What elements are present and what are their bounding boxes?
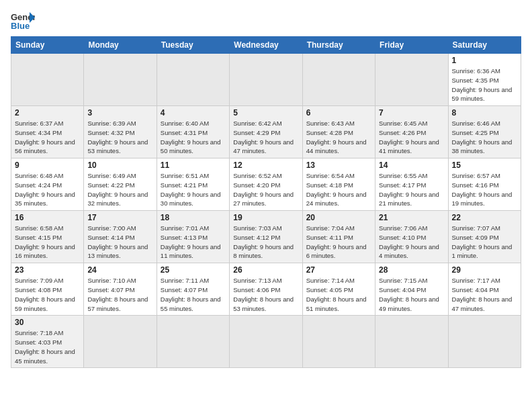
day-sun-info: Sunrise: 6:58 AMSunset: 4:15 PMDaylight:… <box>15 224 80 261</box>
calendar-cell: 17Sunrise: 7:00 AMSunset: 4:14 PMDayligh… <box>84 211 157 263</box>
logo: General Blue <box>11 11 35 31</box>
calendar-cell: 29Sunrise: 7:17 AMSunset: 4:04 PMDayligh… <box>448 263 521 316</box>
day-number: 30 <box>15 318 80 327</box>
calendar-cell: 26Sunrise: 7:13 AMSunset: 4:06 PMDayligh… <box>230 263 302 316</box>
calendar-cell <box>157 316 229 368</box>
calendar-cell <box>448 316 521 368</box>
calendar-cell: 14Sunrise: 6:55 AMSunset: 4:17 PMDayligh… <box>375 158 448 211</box>
calendar-week-row: 1Sunrise: 6:36 AMSunset: 4:35 PMDaylight… <box>11 54 521 106</box>
calendar-cell: 12Sunrise: 6:52 AMSunset: 4:20 PMDayligh… <box>230 158 302 211</box>
svg-text:Blue: Blue <box>11 21 30 31</box>
day-number: 8 <box>452 108 517 118</box>
day-number: 27 <box>306 265 371 275</box>
day-number: 20 <box>306 213 371 222</box>
day-number: 3 <box>87 108 152 118</box>
day-sun-info: Sunrise: 6:36 AMSunset: 4:35 PMDaylight:… <box>452 66 517 103</box>
day-sun-info: Sunrise: 7:17 AMSunset: 4:04 PMDaylight:… <box>452 276 517 313</box>
weekday-header-friday: Friday <box>375 37 448 54</box>
calendar-cell: 7Sunrise: 6:45 AMSunset: 4:26 PMDaylight… <box>375 106 448 158</box>
weekday-header-thursday: Thursday <box>302 37 375 54</box>
calendar-cell: 2Sunrise: 6:37 AMSunset: 4:34 PMDaylight… <box>11 106 84 158</box>
day-number: 25 <box>161 265 226 275</box>
calendar-cell: 15Sunrise: 6:57 AMSunset: 4:16 PMDayligh… <box>448 158 521 211</box>
day-sun-info: Sunrise: 7:03 AMSunset: 4:12 PMDaylight:… <box>233 224 298 261</box>
calendar-cell: 19Sunrise: 7:03 AMSunset: 4:12 PMDayligh… <box>230 211 302 263</box>
day-sun-info: Sunrise: 6:51 AMSunset: 4:21 PMDaylight:… <box>161 171 226 208</box>
day-sun-info: Sunrise: 7:04 AMSunset: 4:11 PMDaylight:… <box>306 224 371 261</box>
day-sun-info: Sunrise: 7:18 AMSunset: 4:03 PMDaylight:… <box>15 328 80 365</box>
day-number: 24 <box>87 265 152 275</box>
calendar-cell: 10Sunrise: 6:49 AMSunset: 4:22 PMDayligh… <box>84 158 157 211</box>
day-sun-info: Sunrise: 7:14 AMSunset: 4:05 PMDaylight:… <box>306 276 371 313</box>
calendar-cell: 24Sunrise: 7:10 AMSunset: 4:07 PMDayligh… <box>84 263 157 316</box>
day-number: 18 <box>161 213 226 222</box>
calendar-cell <box>375 54 448 106</box>
calendar-cell: 25Sunrise: 7:11 AMSunset: 4:07 PMDayligh… <box>157 263 229 316</box>
calendar-table: SundayMondayTuesdayWednesdayThursdayFrid… <box>11 36 521 368</box>
day-number: 6 <box>306 108 371 118</box>
calendar-week-row: 23Sunrise: 7:09 AMSunset: 4:08 PMDayligh… <box>11 263 521 316</box>
calendar-cell <box>230 54 302 106</box>
weekday-header-monday: Monday <box>84 37 157 54</box>
day-number: 17 <box>87 213 152 222</box>
calendar-cell <box>230 316 302 368</box>
calendar-header-row: SundayMondayTuesdayWednesdayThursdayFrid… <box>11 37 521 54</box>
calendar-cell: 22Sunrise: 7:07 AMSunset: 4:09 PMDayligh… <box>448 211 521 263</box>
calendar-cell <box>375 316 448 368</box>
day-sun-info: Sunrise: 7:01 AMSunset: 4:13 PMDaylight:… <box>161 224 226 261</box>
calendar-week-row: 30Sunrise: 7:18 AMSunset: 4:03 PMDayligh… <box>11 316 521 368</box>
calendar-cell: 27Sunrise: 7:14 AMSunset: 4:05 PMDayligh… <box>302 263 375 316</box>
day-sun-info: Sunrise: 6:43 AMSunset: 4:28 PMDaylight:… <box>306 119 371 156</box>
day-number: 14 <box>379 161 444 170</box>
calendar-cell <box>302 316 375 368</box>
calendar-cell: 21Sunrise: 7:06 AMSunset: 4:10 PMDayligh… <box>375 211 448 263</box>
day-sun-info: Sunrise: 6:39 AMSunset: 4:32 PMDaylight:… <box>87 119 152 156</box>
calendar-cell: 20Sunrise: 7:04 AMSunset: 4:11 PMDayligh… <box>302 211 375 263</box>
logo-icon: General Blue <box>11 11 35 31</box>
day-sun-info: Sunrise: 6:37 AMSunset: 4:34 PMDaylight:… <box>15 119 80 156</box>
day-number: 10 <box>87 161 152 170</box>
day-number: 23 <box>15 265 80 275</box>
calendar-cell: 11Sunrise: 6:51 AMSunset: 4:21 PMDayligh… <box>157 158 229 211</box>
day-sun-info: Sunrise: 7:07 AMSunset: 4:09 PMDaylight:… <box>452 224 517 261</box>
day-number: 12 <box>233 161 298 170</box>
day-number: 13 <box>306 161 371 170</box>
calendar-cell <box>84 316 157 368</box>
day-sun-info: Sunrise: 7:10 AMSunset: 4:07 PMDaylight:… <box>87 276 152 313</box>
day-number: 26 <box>233 265 298 275</box>
day-number: 5 <box>233 108 298 118</box>
calendar-cell: 1Sunrise: 6:36 AMSunset: 4:35 PMDaylight… <box>448 54 521 106</box>
calendar-cell: 9Sunrise: 6:48 AMSunset: 4:24 PMDaylight… <box>11 158 84 211</box>
day-sun-info: Sunrise: 7:15 AMSunset: 4:04 PMDaylight:… <box>379 276 444 313</box>
calendar-cell: 30Sunrise: 7:18 AMSunset: 4:03 PMDayligh… <box>11 316 84 368</box>
day-sun-info: Sunrise: 6:48 AMSunset: 4:24 PMDaylight:… <box>15 171 80 208</box>
day-sun-info: Sunrise: 6:45 AMSunset: 4:26 PMDaylight:… <box>379 119 444 156</box>
day-sun-info: Sunrise: 6:40 AMSunset: 4:31 PMDaylight:… <box>161 119 226 156</box>
calendar-cell: 5Sunrise: 6:42 AMSunset: 4:29 PMDaylight… <box>230 106 302 158</box>
day-sun-info: Sunrise: 7:09 AMSunset: 4:08 PMDaylight:… <box>15 276 80 313</box>
day-sun-info: Sunrise: 7:13 AMSunset: 4:06 PMDaylight:… <box>233 276 298 313</box>
day-sun-info: Sunrise: 7:06 AMSunset: 4:10 PMDaylight:… <box>379 224 444 261</box>
day-number: 7 <box>379 108 444 118</box>
calendar-cell: 8Sunrise: 6:46 AMSunset: 4:25 PMDaylight… <box>448 106 521 158</box>
weekday-header-tuesday: Tuesday <box>157 37 229 54</box>
calendar-cell: 13Sunrise: 6:54 AMSunset: 4:18 PMDayligh… <box>302 158 375 211</box>
day-sun-info: Sunrise: 6:46 AMSunset: 4:25 PMDaylight:… <box>452 119 517 156</box>
day-number: 29 <box>452 265 517 275</box>
day-number: 9 <box>15 161 80 170</box>
day-number: 19 <box>233 213 298 222</box>
day-number: 15 <box>452 161 517 170</box>
day-number: 11 <box>161 161 226 170</box>
day-sun-info: Sunrise: 6:49 AMSunset: 4:22 PMDaylight:… <box>87 171 152 208</box>
calendar-cell: 23Sunrise: 7:09 AMSunset: 4:08 PMDayligh… <box>11 263 84 316</box>
calendar-week-row: 16Sunrise: 6:58 AMSunset: 4:15 PMDayligh… <box>11 211 521 263</box>
day-number: 21 <box>379 213 444 222</box>
day-number: 28 <box>379 265 444 275</box>
day-number: 2 <box>15 108 80 118</box>
day-sun-info: Sunrise: 7:00 AMSunset: 4:14 PMDaylight:… <box>87 224 152 261</box>
day-number: 16 <box>15 213 80 222</box>
day-sun-info: Sunrise: 6:52 AMSunset: 4:20 PMDaylight:… <box>233 171 298 208</box>
weekday-header-saturday: Saturday <box>448 37 521 54</box>
page-header: General Blue <box>11 11 521 31</box>
calendar-cell <box>302 54 375 106</box>
